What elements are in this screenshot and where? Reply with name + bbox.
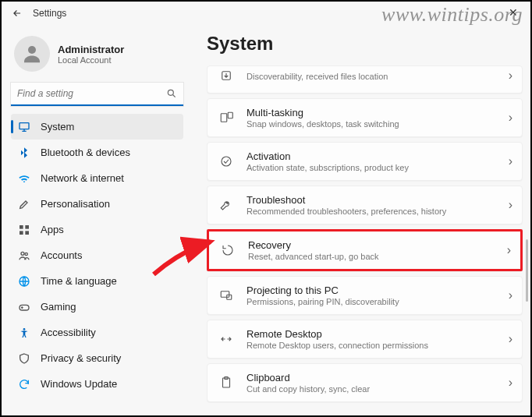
page-title: System	[207, 33, 523, 55]
sidebar-item-update[interactable]: Windows Update	[11, 371, 183, 397]
paint-icon	[17, 197, 31, 211]
card-sub: Reset, advanced start-up, go back	[248, 252, 507, 261]
chevron-icon: ›	[507, 243, 511, 257]
sidebar-item-label: Windows Update	[41, 378, 117, 390]
gaming-icon	[17, 300, 31, 314]
user-sub: Local Account	[58, 55, 124, 65]
svg-point-0	[28, 46, 36, 54]
svg-rect-3	[20, 225, 23, 229]
sidebar-item-label: Accessibility	[41, 327, 96, 338]
card-troubleshoot[interactable]: Troubleshoot Recommended troubleshooters…	[207, 186, 523, 224]
svg-rect-14	[228, 112, 232, 118]
scrollbar-thumb[interactable]	[526, 239, 528, 302]
remote-icon	[217, 330, 236, 348]
card-clipboard[interactable]: Clipboard Cut and copy history, sync, cl…	[207, 363, 523, 402]
main-panel: System Discoverability, received files l…	[193, 25, 530, 415]
project-icon	[217, 286, 236, 305]
user-block[interactable]: Administrator Local Account	[14, 36, 183, 72]
card-title: Multi-tasking	[246, 107, 509, 118]
bluetooth-icon	[17, 146, 31, 160]
nav-list: System Bluetooth & devices Network & int…	[11, 114, 183, 397]
card-title: Troubleshoot	[246, 194, 509, 206]
card-activation[interactable]: Activation Activation state, subscriptio…	[207, 142, 523, 181]
multitask-icon	[217, 108, 236, 127]
card-title: Clipboard	[246, 372, 509, 383]
update-icon	[17, 377, 31, 391]
sidebar-item-personalisation[interactable]: Personalisation	[11, 191, 183, 217]
card-sub: Snap windows, desktops, task switching	[246, 119, 509, 129]
wrench-icon	[217, 196, 236, 214]
card-title: Remote Desktop	[246, 328, 509, 340]
svg-point-11	[23, 328, 26, 330]
sidebar-item-label: Time & language	[41, 275, 117, 287]
svg-point-8	[25, 253, 27, 255]
card-title: Recovery	[248, 239, 507, 251]
sidebar-item-apps[interactable]: Apps	[11, 217, 183, 242]
card-sub: Cut and copy history, sync, clear	[246, 384, 509, 394]
content-area: Administrator Local Account System Bluet…	[2, 25, 530, 415]
sidebar-item-accounts[interactable]: Accounts	[11, 242, 183, 268]
svg-rect-5	[20, 231, 23, 235]
sidebar-item-label: Bluetooth & devices	[41, 147, 130, 158]
globe-icon	[17, 274, 31, 288]
chevron-icon: ›	[509, 288, 512, 302]
svg-point-7	[21, 252, 24, 255]
card-title: Projecting to this PC	[246, 284, 509, 296]
search-input[interactable]	[11, 83, 183, 106]
chevron-icon: ›	[509, 376, 512, 390]
card-sub: Activation state, subscriptions, product…	[246, 163, 509, 172]
svg-rect-4	[25, 225, 29, 229]
card-multitasking[interactable]: Multi-tasking Snap windows, desktops, ta…	[207, 98, 523, 137]
svg-rect-16	[221, 292, 229, 298]
chevron-icon: ›	[509, 69, 512, 83]
shield-icon	[17, 352, 31, 366]
card-remote-desktop[interactable]: Remote Desktop Remote Desktop users, con…	[207, 320, 523, 359]
sidebar-item-system[interactable]: System	[11, 114, 183, 140]
svg-point-15	[222, 157, 231, 166]
card-recovery[interactable]: Recovery Reset, advanced start-up, go ba…	[207, 229, 523, 271]
card-sub: Permissions, pairing PIN, discoverabilit…	[246, 297, 509, 306]
chevron-icon: ›	[509, 332, 512, 346]
sidebar-item-privacy[interactable]: Privacy & security	[11, 345, 183, 371]
activation-icon	[217, 152, 236, 171]
sidebar-item-time[interactable]: Time & language	[11, 268, 183, 294]
chevron-icon: ›	[509, 111, 512, 125]
window-title: Settings	[33, 8, 66, 19]
card-projecting[interactable]: Projecting to this PC Permissions, pairi…	[207, 276, 523, 315]
card-sub: Recommended troubleshooters, preferences…	[246, 207, 509, 216]
back-button[interactable]	[8, 4, 27, 23]
sidebar-item-network[interactable]: Network & internet	[11, 165, 183, 191]
sidebar-item-label: Accounts	[41, 249, 82, 261]
sidebar-item-label: Privacy & security	[41, 352, 121, 364]
settings-list: Discoverability, received files location…	[207, 65, 523, 402]
share-icon	[217, 66, 236, 85]
card-nearby-sharing[interactable]: Discoverability, received files location…	[207, 65, 523, 94]
svg-rect-13	[221, 114, 227, 122]
titlebar: Settings ✕	[2, 2, 530, 25]
sidebar-item-gaming[interactable]: Gaming	[11, 294, 183, 320]
svg-point-1	[168, 90, 173, 95]
svg-rect-10	[20, 305, 29, 310]
sidebar-item-bluetooth[interactable]: Bluetooth & devices	[11, 140, 183, 165]
card-sub: Remote Desktop users, connection permiss…	[246, 341, 509, 350]
wifi-icon	[17, 171, 31, 186]
apps-icon	[17, 223, 31, 237]
card-title: Activation	[246, 150, 509, 162]
sidebar-item-label: Gaming	[41, 301, 76, 313]
sidebar-item-label: Apps	[41, 224, 64, 235]
settings-window: www.wintips.org Settings ✕ Administrator…	[2, 2, 530, 415]
avatar	[14, 36, 50, 72]
sidebar: Administrator Local Account System Bluet…	[2, 25, 193, 415]
chevron-icon: ›	[509, 154, 512, 168]
close-button[interactable]: ✕	[502, 5, 524, 20]
accessibility-icon	[17, 326, 31, 340]
user-name: Administrator	[58, 44, 124, 55]
accounts-icon	[17, 249, 31, 263]
chevron-icon: ›	[509, 198, 512, 212]
sidebar-item-label: Personalisation	[41, 198, 110, 210]
scrollbar[interactable]	[524, 52, 529, 412]
search-icon	[166, 88, 177, 102]
recovery-icon	[218, 241, 237, 260]
sidebar-item-accessibility[interactable]: Accessibility	[11, 320, 183, 345]
card-sub: Discoverability, received files location	[246, 72, 509, 81]
